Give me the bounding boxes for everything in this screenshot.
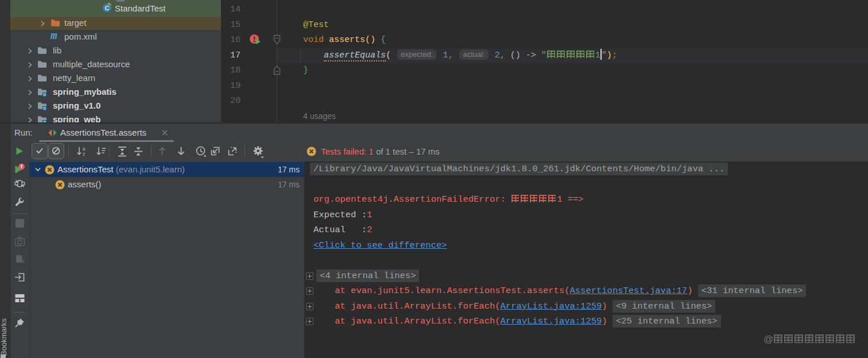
svg-text:z: z	[83, 151, 85, 157]
